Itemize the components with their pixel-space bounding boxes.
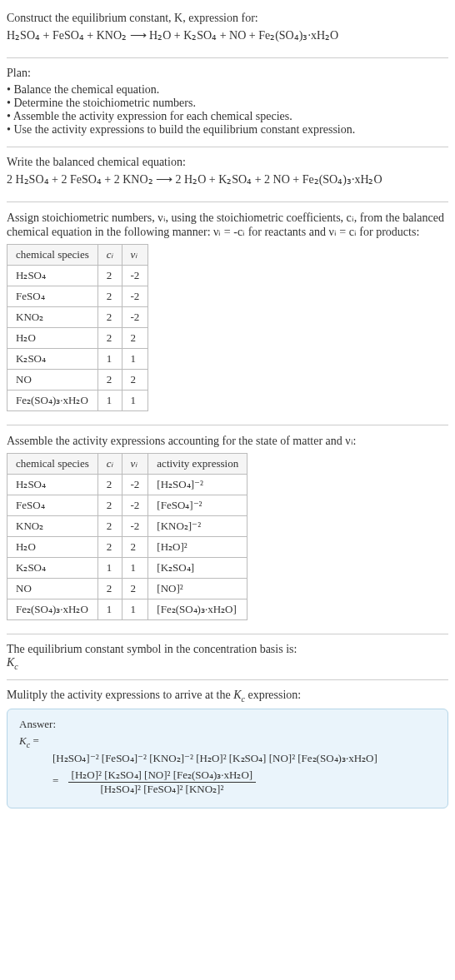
table-header-row: chemical species cᵢ νᵢ activity expressi… bbox=[8, 454, 248, 475]
plan-item: Balance the chemical equation. bbox=[7, 83, 448, 97]
cell: H₂SO₄ bbox=[8, 266, 98, 286]
cell: 2 bbox=[122, 328, 148, 349]
divider bbox=[7, 679, 448, 680]
cell: FeSO₄ bbox=[8, 495, 98, 516]
table-row: FeSO₄2-2[FeSO₄]⁻² bbox=[8, 495, 248, 516]
cell: Fe₂(SO₄)₃·xH₂O bbox=[8, 391, 98, 411]
cell: 1 bbox=[98, 391, 122, 411]
cell: 1 bbox=[122, 558, 148, 579]
intro-prompt: Construct the equilibrium constant, K, e… bbox=[7, 12, 448, 25]
plan-label: Plan: bbox=[7, 67, 448, 80]
balanced-equation: 2 H₂SO₄ + 2 FeSO₄ + 2 KNO₂ ⟶ 2 H₂O + K₂S… bbox=[7, 172, 448, 187]
table-row: NO22[NO]² bbox=[8, 579, 248, 599]
cell: [KNO₂]⁻² bbox=[148, 516, 248, 537]
cell: [Fe₂(SO₄)₃·xH₂O] bbox=[148, 599, 248, 620]
table-row: Fe₂(SO₄)₃·xH₂O11 bbox=[8, 391, 148, 411]
cell: H₂O bbox=[8, 537, 98, 558]
divider bbox=[7, 57, 448, 58]
cell: 1 bbox=[98, 599, 122, 620]
plan-item: Determine the stoichiometric numbers. bbox=[7, 97, 448, 110]
table-row: H₂SO₄2-2 bbox=[8, 266, 148, 286]
intro-section: Construct the equilibrium constant, K, e… bbox=[7, 7, 448, 54]
cell: -2 bbox=[122, 516, 148, 537]
plan-item: Use the activity expressions to build th… bbox=[7, 123, 448, 137]
cell: 1 bbox=[122, 391, 148, 411]
divider bbox=[7, 634, 448, 634]
table-row: KNO₂2-2 bbox=[8, 307, 148, 328]
col-header: activity expression bbox=[148, 454, 248, 475]
kc-basis-section: The equilibrium constant symbol in the c… bbox=[7, 638, 448, 676]
activity-table: chemical species cᵢ νᵢ activity expressi… bbox=[7, 453, 248, 620]
cell: 2 bbox=[122, 370, 148, 391]
plan-section: Plan: Balance the chemical equation. Det… bbox=[7, 62, 448, 143]
kc-equals: Kc = bbox=[19, 734, 436, 749]
cell: Fe₂(SO₄)₃·xH₂O bbox=[8, 599, 98, 620]
intro-equation: H₂SO₄ + FeSO₄ + KNO₂ ⟶ H₂O + K₂SO₄ + NO … bbox=[7, 28, 448, 42]
cell: 1 bbox=[98, 558, 122, 579]
cell: [H₂SO₄]⁻² bbox=[148, 475, 248, 495]
cell: -2 bbox=[122, 286, 148, 307]
cell: 1 bbox=[122, 599, 148, 620]
cell: NO bbox=[8, 579, 98, 599]
cell: -2 bbox=[122, 495, 148, 516]
cell: 2 bbox=[98, 537, 122, 558]
answer-box: Answer: Kc = [H₂SO₄]⁻² [FeSO₄]⁻² [KNO₂]⁻… bbox=[7, 709, 448, 809]
kc-fraction: = [H₂O]² [K₂SO₄] [NO]² [Fe₂(SO₄)₃·xH₂O] … bbox=[19, 769, 436, 796]
fraction-denominator: [H₂SO₄]² [FeSO₄]² [KNO₂]² bbox=[68, 783, 257, 796]
col-header: chemical species bbox=[8, 245, 98, 266]
cell: NO bbox=[8, 370, 98, 391]
table-header-row: chemical species cᵢ νᵢ bbox=[8, 245, 148, 266]
cell: 2 bbox=[98, 579, 122, 599]
balanced-section: Write the balanced chemical equation: 2 … bbox=[7, 151, 448, 198]
col-header: cᵢ bbox=[98, 454, 122, 475]
cell: 2 bbox=[98, 286, 122, 307]
col-header: νᵢ bbox=[122, 245, 148, 266]
cell: -2 bbox=[122, 307, 148, 328]
stoich-section: Assign stoichiometric numbers, νᵢ, using… bbox=[7, 206, 448, 421]
table-row: K₂SO₄11 bbox=[8, 349, 148, 370]
cell: FeSO₄ bbox=[8, 286, 98, 307]
cell: [H₂O]² bbox=[148, 537, 248, 558]
cell: -2 bbox=[122, 266, 148, 286]
table-row: Fe₂(SO₄)₃·xH₂O11[Fe₂(SO₄)₃·xH₂O] bbox=[8, 599, 248, 620]
cell: 2 bbox=[98, 328, 122, 349]
multiply-section: Mulitply the activity expressions to arr… bbox=[7, 684, 448, 813]
cell: 2 bbox=[98, 516, 122, 537]
cell: 2 bbox=[98, 307, 122, 328]
cell: H₂O bbox=[8, 328, 98, 349]
divider bbox=[7, 147, 448, 147]
plan-list: Balance the chemical equation. Determine… bbox=[7, 83, 448, 137]
col-header: chemical species bbox=[8, 454, 98, 475]
cell: 1 bbox=[122, 349, 148, 370]
cell: H₂SO₄ bbox=[8, 475, 98, 495]
cell: 2 bbox=[98, 266, 122, 286]
cell: KNO₂ bbox=[8, 516, 98, 537]
table-row: H₂O22 bbox=[8, 328, 148, 349]
col-header: cᵢ bbox=[98, 245, 122, 266]
cell: -2 bbox=[122, 475, 148, 495]
table-row: KNO₂2-2[KNO₂]⁻² bbox=[8, 516, 248, 537]
cell: [NO]² bbox=[148, 579, 248, 599]
multiply-intro: Mulitply the activity expressions to arr… bbox=[7, 689, 448, 704]
activity-section: Assemble the activity expressions accoun… bbox=[7, 429, 448, 630]
divider bbox=[7, 201, 448, 202]
stoich-intro: Assign stoichiometric numbers, νᵢ, using… bbox=[7, 211, 448, 239]
stoich-table: chemical species cᵢ νᵢ H₂SO₄2-2 FeSO₄2-2… bbox=[7, 244, 148, 411]
cell: 1 bbox=[98, 349, 122, 370]
cell: 2 bbox=[98, 475, 122, 495]
kc-basis-symbol: Kc bbox=[7, 656, 448, 671]
cell: KNO₂ bbox=[8, 307, 98, 328]
table-row: FeSO₄2-2 bbox=[8, 286, 148, 307]
table-row: K₂SO₄11[K₂SO₄] bbox=[8, 558, 248, 579]
table-row: H₂SO₄2-2[H₂SO₄]⁻² bbox=[8, 475, 248, 495]
cell: K₂SO₄ bbox=[8, 558, 98, 579]
answer-label: Answer: bbox=[19, 718, 436, 731]
cell: 2 bbox=[98, 495, 122, 516]
col-header: νᵢ bbox=[122, 454, 148, 475]
divider bbox=[7, 425, 448, 425]
kc-basis-line1: The equilibrium constant symbol in the c… bbox=[7, 643, 448, 656]
balanced-label: Write the balanced chemical equation: bbox=[7, 156, 448, 169]
table-row: NO22 bbox=[8, 370, 148, 391]
cell: K₂SO₄ bbox=[8, 349, 98, 370]
fraction-numerator: [H₂O]² [K₂SO₄] [NO]² [Fe₂(SO₄)₃·xH₂O] bbox=[68, 769, 257, 783]
